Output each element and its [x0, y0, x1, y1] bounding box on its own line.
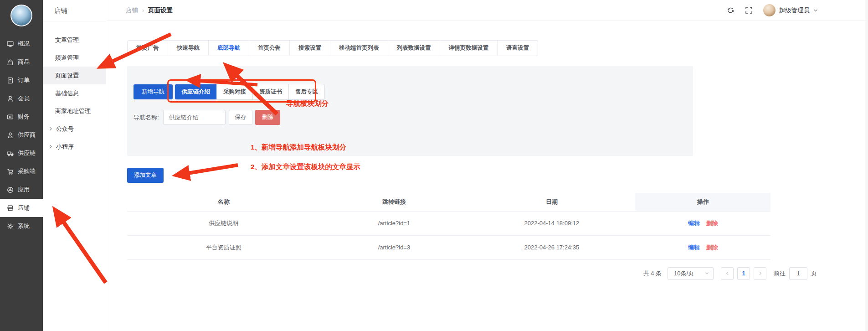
orders-icon [7, 77, 14, 84]
column-header-date: 日期 [468, 193, 635, 211]
nav-section-tab-procurement-docking[interactable]: 采购对接 [216, 84, 252, 99]
submenu-item-label: 文章管理 [55, 36, 79, 44]
cell-article-link: /article?id=1 [320, 211, 468, 235]
primary-sidebar: 概况 商品 订单 会员 财务 供应商 供应链 采购端 [0, 0, 43, 331]
page-size-value: 10条/页 [674, 269, 694, 278]
app-logo [10, 5, 32, 26]
submenu-item-mini-program[interactable]: 小程序 [43, 138, 106, 155]
chevron-right-icon [758, 271, 762, 275]
cell-article-date: 2022-04-14 18:09:12 [468, 211, 635, 235]
breadcrumb-current: 页面设置 [148, 6, 173, 15]
supply-chain-icon [7, 150, 14, 157]
cell-article-link: /article?id=3 [320, 235, 468, 259]
sidebar-item-apps[interactable]: 应用 [0, 181, 43, 199]
sidebar-item-label: 采购端 [18, 167, 36, 176]
nav-name-input[interactable] [163, 110, 226, 125]
nav-section-tab-supply-chain-intro[interactable]: 供应链介绍 [175, 84, 216, 99]
system-icon [7, 223, 14, 230]
sidebar-item-orders[interactable]: 订单 [0, 71, 43, 89]
pagination: 共 4 条 10条/页 1 前往 页 [127, 267, 817, 280]
prev-page-button[interactable] [721, 267, 734, 280]
main-area: 店铺 › 页面设置 超级管理员 首页广告 快速导航 底部导航 首页公告 搜索设置… [107, 0, 868, 331]
delete-link[interactable]: 删除 [706, 220, 718, 227]
tab-footer-nav[interactable]: 底部导航 [208, 41, 249, 56]
submenu-item-page-settings[interactable]: 页面设置 [43, 67, 106, 84]
sidebar-item-system[interactable]: 系统 [0, 217, 43, 235]
column-header-link: 跳转链接 [320, 193, 468, 211]
sidebar-item-finance[interactable]: 财务 [0, 108, 43, 126]
tab-detail-data-settings[interactable]: 详情页数据设置 [440, 41, 498, 56]
sidebar-item-label: 店铺 [18, 204, 30, 212]
submenu-title: 店铺 [43, 0, 106, 21]
tab-home-ads[interactable]: 首页广告 [128, 41, 168, 56]
annotation-note-1: 1、新增导航添加导航板块划分 [251, 143, 346, 152]
sidebar-item-label: 财务 [18, 113, 30, 121]
user-menu[interactable]: 超级管理员 [763, 4, 818, 16]
pagination-total: 共 4 条 [643, 269, 662, 278]
edit-link[interactable]: 编辑 [688, 220, 700, 227]
sidebar-item-overview[interactable]: 概况 [0, 35, 43, 53]
nav-config-panel: 新增导航 供应链介绍 采购对接 资质证书 售后专区 导航名称: 保存 删除 [127, 66, 693, 156]
apps-icon [7, 186, 14, 193]
sidebar-item-goods[interactable]: 商品 [0, 53, 43, 71]
sidebar-item-label: 商品 [18, 58, 30, 66]
delete-button[interactable]: 删除 [255, 110, 280, 125]
sidebar-item-members[interactable]: 会员 [0, 89, 43, 108]
submenu-item-official-account[interactable]: 公众号 [43, 120, 106, 138]
sidebar-item-supplier[interactable]: 供应商 [0, 126, 43, 144]
supplier-icon [7, 132, 14, 139]
tab-search-settings[interactable]: 搜索设置 [289, 41, 330, 56]
secondary-sidebar: 店铺 文章管理 频道管理 页面设置 基础信息 商家地址管理 公众号 小程序 [43, 0, 106, 331]
tab-home-notice[interactable]: 首页公告 [249, 41, 289, 56]
page-size-select[interactable]: 10条/页 [668, 267, 714, 280]
chevron-right-icon [49, 127, 53, 131]
edit-link[interactable]: 编辑 [688, 244, 700, 251]
nav-name-label: 导航名称: [134, 114, 159, 122]
cell-article-name: 供应链说明 [127, 211, 320, 235]
top-bar: 店铺 › 页面设置 超级管理员 [107, 0, 868, 21]
sidebar-item-shop[interactable]: 店铺 [0, 199, 43, 217]
sidebar-item-label: 订单 [18, 76, 30, 84]
nav-section-tab-after-sales[interactable]: 售后专区 [288, 84, 324, 99]
chevron-down-icon [705, 271, 709, 275]
column-header-name: 名称 [127, 193, 320, 211]
page-content: 首页广告 快速导航 底部导航 首页公告 搜索设置 移动端首页列表 列表数据设置 … [107, 21, 868, 280]
sidebar-item-label: 供应链 [18, 149, 36, 157]
tab-language-settings[interactable]: 语言设置 [497, 41, 538, 56]
nav-section-tab-qualification-cert[interactable]: 资质证书 [252, 84, 288, 99]
submenu-item-label: 公众号 [56, 125, 74, 133]
submenu-item-label: 小程序 [56, 143, 74, 151]
submenu-item-articles[interactable]: 文章管理 [43, 31, 106, 49]
fullscreen-icon[interactable] [745, 6, 753, 14]
table-row: 供应链说明 /article?id=1 2022-04-14 18:09:12 … [127, 211, 770, 235]
settings-tabs: 首页广告 快速导航 底部导航 首页公告 搜索设置 移动端首页列表 列表数据设置 … [127, 40, 538, 56]
cell-article-date: 2022-04-26 17:24:35 [468, 235, 635, 259]
sidebar-item-label: 应用 [18, 186, 30, 194]
add-article-button[interactable]: 添加文章 [127, 168, 164, 183]
next-page-button[interactable] [754, 267, 766, 280]
tab-mobile-home-list[interactable]: 移动端首页列表 [330, 41, 388, 56]
tab-quick-nav[interactable]: 快速导航 [168, 41, 208, 56]
delete-link[interactable]: 删除 [706, 244, 718, 251]
submenu-item-label: 频道管理 [55, 54, 79, 62]
sidebar-item-label: 概况 [18, 40, 30, 48]
submenu-item-basic-info[interactable]: 基础信息 [43, 84, 106, 102]
save-button[interactable]: 保存 [229, 110, 252, 125]
add-nav-button[interactable]: 新增导航 [134, 84, 173, 99]
annotation-nav-section: 导航板块划分 [286, 99, 329, 109]
submenu-item-channels[interactable]: 频道管理 [43, 49, 106, 67]
sidebar-item-label: 系统 [18, 222, 30, 230]
page-number-button[interactable]: 1 [737, 267, 750, 280]
goods-icon [7, 59, 14, 66]
window-scrollbar[interactable] [865, 0, 868, 331]
tab-list-data-settings[interactable]: 列表数据设置 [388, 41, 440, 56]
breadcrumb-root[interactable]: 店铺 [126, 6, 138, 15]
sidebar-item-label: 供应商 [18, 131, 36, 139]
sidebar-item-procurement[interactable]: 采购端 [0, 162, 43, 181]
goto-page-input[interactable] [789, 267, 807, 280]
submenu-item-label: 商家地址管理 [55, 107, 91, 115]
refresh-icon[interactable] [727, 6, 734, 14]
sidebar-item-supply-chain[interactable]: 供应链 [0, 144, 43, 162]
user-name: 超级管理员 [779, 6, 810, 15]
submenu-item-merchant-address[interactable]: 商家地址管理 [43, 102, 106, 120]
